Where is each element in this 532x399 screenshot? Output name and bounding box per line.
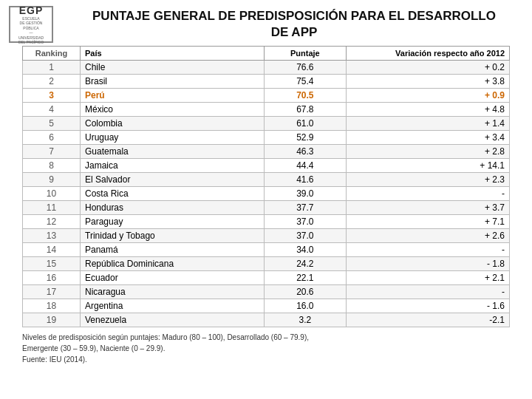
cell-variacion: + 2.3 [346,173,509,187]
cell-pais: Perú [81,89,265,103]
cell-pais: Argentina [81,299,265,313]
cell-pais: Chile [81,61,265,75]
cell-pais: El Salvador [81,173,265,187]
cell-puntaje: 61.0 [265,117,347,131]
table-row: 18Argentina16.0- 1.6 [23,299,510,313]
page-title-block: PUNTAJE GENERAL DE PREDISPOSICIÓN PARA E… [65,8,523,41]
cell-puntaje: 75.4 [265,75,347,89]
cell-pais: México [81,103,265,117]
table-row: 5Colombia61.0+ 1.4 [23,117,510,131]
page-header: EGP ESCUELADE GESTIÓNPÚBLICA—UNIVERSIDAD… [0,0,532,46]
cell-variacion: + 0.2 [346,61,509,75]
cell-variacion: + 0.9 [346,89,509,103]
cell-rank: 4 [23,103,81,117]
cell-puntaje: 16.0 [265,299,347,313]
cell-pais: Nicaragua [81,285,265,299]
table-row: 8Jamaica44.4+ 14.1 [23,159,510,173]
cell-puntaje: 3.2 [265,313,347,327]
cell-variacion: - 1.8 [346,257,509,271]
cell-rank: 10 [23,187,81,201]
cell-variacion: + 2.8 [346,145,509,159]
cell-pais: República Dominicana [81,257,265,271]
logo-text: EGP [19,4,44,16]
cell-rank: 8 [23,159,81,173]
table-header-row: Ranking País Puntaje Variación respecto … [23,47,510,61]
cell-puntaje: 24.2 [265,257,347,271]
table-row: 14Panamá34.0- [23,243,510,257]
cell-rank: 15 [23,257,81,271]
table-row: 6Uruguay52.9+ 3.4 [23,131,510,145]
cell-variacion: + 3.4 [346,131,509,145]
table-row: 15República Dominicana24.2- 1.8 [23,257,510,271]
cell-pais: Colombia [81,117,265,131]
main-content: Ranking País Puntaje Variación respecto … [0,46,532,327]
logo-subtitle: ESCUELADE GESTIÓNPÚBLICA—UNIVERSIDADDEL … [18,16,44,45]
cell-puntaje: 67.8 [265,103,347,117]
page-title-line1: PUNTAJE GENERAL DE PREDISPOSICIÓN PARA E… [65,8,523,24]
cell-variacion: - [346,243,509,257]
cell-rank: 6 [23,131,81,145]
cell-rank: 16 [23,271,81,285]
cell-variacion: + 3.7 [346,201,509,215]
footnote-line2: Emergente (30 – 59.9), Naciente (0 – 29.… [22,343,510,354]
cell-rank: 19 [23,313,81,327]
table-row: 3Perú70.5+ 0.9 [23,89,510,103]
cell-rank: 12 [23,215,81,229]
cell-variacion: - [346,285,509,299]
col-header-puntaje: Puntaje [265,47,347,61]
cell-rank: 13 [23,229,81,243]
cell-rank: 18 [23,299,81,313]
cell-variacion: - [346,187,509,201]
cell-variacion: -2.1 [346,313,509,327]
cell-pais: Uruguay [81,131,265,145]
cell-pais: Venezuela [81,313,265,327]
cell-puntaje: 37.7 [265,201,347,215]
cell-rank: 14 [23,243,81,257]
footnote: Niveles de predisposición según puntajes… [0,327,532,365]
cell-rank: 5 [23,117,81,131]
cell-rank: 2 [23,75,81,89]
col-header-pais: País [81,47,265,61]
cell-variacion: + 1.4 [346,117,509,131]
cell-puntaje: 34.0 [265,243,347,257]
cell-variacion: + 4.8 [346,103,509,117]
cell-variacion: + 2.6 [346,229,509,243]
logo: EGP ESCUELADE GESTIÓNPÚBLICA—UNIVERSIDAD… [9,6,53,43]
table-row: 4México67.8+ 4.8 [23,103,510,117]
footnote-line3: Fuente: IEU (2014). [22,354,510,365]
cell-pais: Paraguay [81,215,265,229]
cell-rank: 1 [23,61,81,75]
table-row: 17Nicaragua20.6- [23,285,510,299]
cell-pais: Costa Rica [81,187,265,201]
cell-puntaje: 37.0 [265,229,347,243]
page-title-line2: DE APP [65,24,523,41]
cell-variacion: + 14.1 [346,159,509,173]
cell-puntaje: 76.6 [265,61,347,75]
cell-puntaje: 52.9 [265,131,347,145]
cell-variacion: + 3.8 [346,75,509,89]
ranking-table: Ranking País Puntaje Variación respecto … [22,46,510,327]
table-row: 1Chile76.6+ 0.2 [23,61,510,75]
cell-pais: Panamá [81,243,265,257]
cell-rank: 3 [23,89,81,103]
table-row: 7Guatemala46.3+ 2.8 [23,145,510,159]
cell-rank: 9 [23,173,81,187]
cell-rank: 17 [23,285,81,299]
cell-puntaje: 22.1 [265,271,347,285]
cell-puntaje: 39.0 [265,187,347,201]
col-header-ranking: Ranking [23,47,81,61]
cell-puntaje: 70.5 [265,89,347,103]
table-row: 2Brasil75.4+ 3.8 [23,75,510,89]
cell-variacion: - 1.6 [346,299,509,313]
cell-pais: Jamaica [81,159,265,173]
col-header-variacion: Variación respecto año 2012 [346,47,509,61]
table-row: 16Ecuador22.1+ 2.1 [23,271,510,285]
cell-rank: 7 [23,145,81,159]
cell-pais: Trinidad y Tobago [81,229,265,243]
footnote-line1: Niveles de predisposición según puntajes… [22,332,510,343]
cell-puntaje: 41.6 [265,173,347,187]
cell-puntaje: 20.6 [265,285,347,299]
table-row: 12Paraguay37.0+ 7.1 [23,215,510,229]
cell-puntaje: 37.0 [265,215,347,229]
cell-puntaje: 46.3 [265,145,347,159]
